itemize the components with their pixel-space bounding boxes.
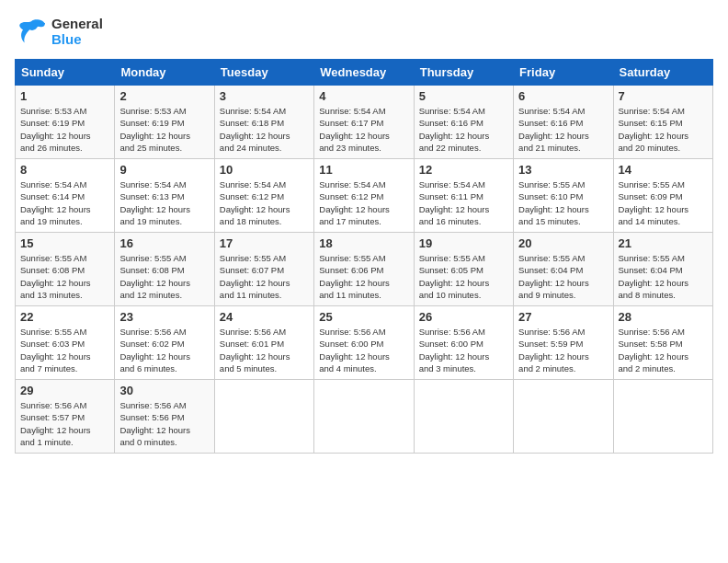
day-info: Sunrise: 5:55 AM Sunset: 6:04 PM Dayligh… [619, 252, 708, 301]
calendar-cell [514, 380, 613, 454]
day-number: 21 [619, 236, 708, 250]
day-info: Sunrise: 5:55 AM Sunset: 6:08 PM Dayligh… [119, 252, 209, 301]
calendar-cell: 6Sunrise: 5:54 AM Sunset: 6:16 PM Daylig… [514, 86, 613, 159]
calendar-cell: 11Sunrise: 5:54 AM Sunset: 6:12 PM Dayli… [314, 159, 414, 233]
day-number: 8 [20, 163, 109, 177]
calendar-cell: 1Sunrise: 5:53 AM Sunset: 6:19 PM Daylig… [16, 86, 115, 159]
day-info: Sunrise: 5:56 AM Sunset: 5:56 PM Dayligh… [119, 399, 209, 448]
calendar-header-row: SundayMondayTuesdayWednesdayThursdayFrid… [16, 60, 713, 86]
day-number: 9 [119, 163, 209, 177]
calendar-cell: 5Sunrise: 5:54 AM Sunset: 6:16 PM Daylig… [414, 86, 513, 159]
calendar-cell: 12Sunrise: 5:54 AM Sunset: 6:11 PM Dayli… [414, 159, 513, 233]
header-sunday: Sunday [16, 60, 115, 86]
day-info: Sunrise: 5:55 AM Sunset: 6:06 PM Dayligh… [319, 252, 408, 301]
week-row-4: 22Sunrise: 5:55 AM Sunset: 6:03 PM Dayli… [16, 306, 713, 380]
week-row-1: 1Sunrise: 5:53 AM Sunset: 6:19 PM Daylig… [16, 86, 713, 159]
day-number: 17 [220, 236, 309, 250]
day-number: 3 [220, 89, 309, 103]
day-number: 29 [20, 384, 109, 397]
day-info: Sunrise: 5:55 AM Sunset: 6:03 PM Dayligh… [20, 326, 109, 374]
day-info: Sunrise: 5:55 AM Sunset: 6:05 PM Dayligh… [419, 252, 508, 301]
day-number: 22 [20, 310, 109, 324]
calendar-cell [214, 380, 313, 454]
day-info: Sunrise: 5:55 AM Sunset: 6:10 PM Dayligh… [518, 178, 608, 227]
day-info: Sunrise: 5:54 AM Sunset: 6:17 PM Dayligh… [319, 105, 408, 154]
day-info: Sunrise: 5:54 AM Sunset: 6:13 PM Dayligh… [119, 178, 209, 227]
day-info: Sunrise: 5:55 AM Sunset: 6:09 PM Dayligh… [619, 178, 708, 227]
header-monday: Monday [115, 60, 214, 86]
calendar-cell: 9Sunrise: 5:54 AM Sunset: 6:13 PM Daylig… [115, 159, 214, 233]
day-info: Sunrise: 5:54 AM Sunset: 6:14 PM Dayligh… [20, 178, 109, 227]
day-info: Sunrise: 5:54 AM Sunset: 6:12 PM Dayligh… [220, 178, 309, 227]
day-number: 30 [119, 384, 209, 397]
week-row-2: 8Sunrise: 5:54 AM Sunset: 6:14 PM Daylig… [16, 159, 713, 233]
day-number: 11 [319, 163, 408, 177]
calendar-cell: 22Sunrise: 5:55 AM Sunset: 6:03 PM Dayli… [16, 306, 115, 380]
day-number: 26 [419, 310, 508, 324]
day-number: 28 [619, 310, 708, 324]
day-number: 25 [319, 310, 408, 324]
day-number: 27 [518, 310, 608, 324]
header-wednesday: Wednesday [314, 60, 414, 86]
day-number: 19 [419, 236, 508, 250]
logo-bird-icon [15, 15, 48, 48]
logo-text: General Blue [51, 16, 103, 47]
day-info: Sunrise: 5:56 AM Sunset: 6:00 PM Dayligh… [319, 326, 408, 374]
calendar-cell [314, 380, 414, 454]
calendar-cell: 20Sunrise: 5:55 AM Sunset: 6:04 PM Dayli… [514, 233, 613, 306]
calendar-cell: 27Sunrise: 5:56 AM Sunset: 5:59 PM Dayli… [514, 306, 613, 380]
calendar-cell: 3Sunrise: 5:54 AM Sunset: 6:18 PM Daylig… [214, 86, 313, 159]
day-number: 23 [119, 310, 209, 324]
day-number: 12 [419, 163, 508, 177]
day-info: Sunrise: 5:56 AM Sunset: 5:59 PM Dayligh… [518, 326, 608, 374]
day-number: 4 [319, 89, 408, 103]
day-number: 5 [419, 89, 508, 103]
day-number: 1 [20, 89, 109, 103]
calendar-cell: 2Sunrise: 5:53 AM Sunset: 6:19 PM Daylig… [115, 86, 214, 159]
day-number: 16 [119, 236, 209, 250]
calendar-cell: 25Sunrise: 5:56 AM Sunset: 6:00 PM Dayli… [314, 306, 414, 380]
logo: General Blue [15, 15, 103, 48]
calendar-cell: 10Sunrise: 5:54 AM Sunset: 6:12 PM Dayli… [214, 159, 313, 233]
day-number: 14 [619, 163, 708, 177]
header-saturday: Saturday [613, 60, 712, 86]
day-info: Sunrise: 5:56 AM Sunset: 6:00 PM Dayligh… [419, 326, 508, 374]
calendar-cell: 26Sunrise: 5:56 AM Sunset: 6:00 PM Dayli… [414, 306, 513, 380]
day-info: Sunrise: 5:53 AM Sunset: 6:19 PM Dayligh… [119, 105, 209, 154]
header-friday: Friday [514, 60, 613, 86]
calendar-cell: 23Sunrise: 5:56 AM Sunset: 6:02 PM Dayli… [115, 306, 214, 380]
day-info: Sunrise: 5:56 AM Sunset: 6:02 PM Dayligh… [119, 326, 209, 374]
calendar-cell: 7Sunrise: 5:54 AM Sunset: 6:15 PM Daylig… [613, 86, 712, 159]
day-info: Sunrise: 5:55 AM Sunset: 6:08 PM Dayligh… [20, 252, 109, 301]
calendar-cell: 19Sunrise: 5:55 AM Sunset: 6:05 PM Dayli… [414, 233, 513, 306]
calendar-cell [613, 380, 712, 454]
header-thursday: Thursday [414, 60, 513, 86]
day-info: Sunrise: 5:55 AM Sunset: 6:04 PM Dayligh… [518, 252, 608, 301]
day-info: Sunrise: 5:54 AM Sunset: 6:12 PM Dayligh… [319, 178, 408, 227]
day-number: 20 [518, 236, 608, 250]
day-info: Sunrise: 5:55 AM Sunset: 6:07 PM Dayligh… [220, 252, 309, 301]
calendar-cell [414, 380, 513, 454]
day-info: Sunrise: 5:56 AM Sunset: 6:01 PM Dayligh… [220, 326, 309, 374]
day-info: Sunrise: 5:54 AM Sunset: 6:16 PM Dayligh… [518, 105, 608, 154]
day-number: 6 [518, 89, 608, 103]
calendar-cell: 18Sunrise: 5:55 AM Sunset: 6:06 PM Dayli… [314, 233, 414, 306]
day-info: Sunrise: 5:54 AM Sunset: 6:15 PM Dayligh… [619, 105, 708, 154]
page-header: General Blue [15, 15, 713, 48]
calendar-cell: 28Sunrise: 5:56 AM Sunset: 5:58 PM Dayli… [613, 306, 712, 380]
day-number: 7 [619, 89, 708, 103]
day-number: 13 [518, 163, 608, 177]
day-number: 15 [20, 236, 109, 250]
day-info: Sunrise: 5:56 AM Sunset: 5:57 PM Dayligh… [20, 399, 109, 448]
header-tuesday: Tuesday [214, 60, 313, 86]
day-info: Sunrise: 5:54 AM Sunset: 6:11 PM Dayligh… [419, 178, 508, 227]
calendar-cell: 30Sunrise: 5:56 AM Sunset: 5:56 PM Dayli… [115, 380, 214, 454]
calendar-cell: 13Sunrise: 5:55 AM Sunset: 6:10 PM Dayli… [514, 159, 613, 233]
calendar-cell: 15Sunrise: 5:55 AM Sunset: 6:08 PM Dayli… [16, 233, 115, 306]
calendar-cell: 8Sunrise: 5:54 AM Sunset: 6:14 PM Daylig… [16, 159, 115, 233]
calendar-cell: 29Sunrise: 5:56 AM Sunset: 5:57 PM Dayli… [16, 380, 115, 454]
calendar-cell: 14Sunrise: 5:55 AM Sunset: 6:09 PM Dayli… [613, 159, 712, 233]
day-info: Sunrise: 5:56 AM Sunset: 5:58 PM Dayligh… [619, 326, 708, 374]
calendar-cell: 4Sunrise: 5:54 AM Sunset: 6:17 PM Daylig… [314, 86, 414, 159]
day-info: Sunrise: 5:54 AM Sunset: 6:16 PM Dayligh… [419, 105, 508, 154]
